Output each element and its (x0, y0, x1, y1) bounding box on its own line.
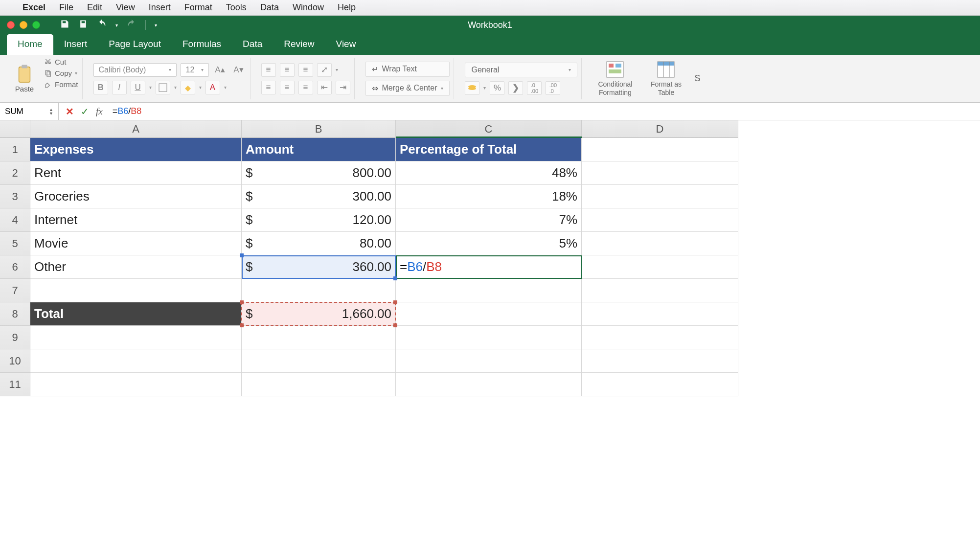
zoom-window-button[interactable] (32, 21, 40, 29)
cell-b3[interactable]: $300.00 (242, 185, 396, 208)
tab-data[interactable]: Data (232, 34, 273, 55)
number-format-select[interactable]: General▾ (465, 63, 577, 77)
menu-edit[interactable]: Edit (87, 2, 102, 13)
row-header-9[interactable]: 9 (0, 326, 30, 349)
cell-a5[interactable]: Movie (30, 232, 242, 255)
cell-b5[interactable]: $80.00 (242, 232, 396, 255)
cell-d6[interactable] (582, 255, 738, 279)
cell-a1[interactable]: Expenses (30, 138, 242, 161)
cell-d10[interactable] (582, 349, 738, 373)
cell-c8[interactable] (396, 302, 582, 326)
cell-d9[interactable] (582, 326, 738, 349)
align-right-icon[interactable]: ≡ (298, 81, 313, 94)
orientation-icon[interactable]: ⤢ (317, 63, 332, 77)
align-bottom-icon[interactable]: ≡ (298, 63, 313, 77)
formula-input[interactable]: =B6/B8 (110, 106, 980, 116)
name-box[interactable]: SUM ▲▼ (0, 103, 59, 120)
align-top-icon[interactable]: ≡ (261, 63, 276, 77)
tab-home[interactable]: Home (7, 34, 53, 55)
cell-b8[interactable]: $1,660.00 (242, 302, 396, 326)
cell-c11[interactable] (396, 373, 582, 396)
font-size-select[interactable]: 12▾ (181, 63, 209, 77)
cell-c1[interactable]: Percentage of Total (396, 138, 582, 161)
row-header-7[interactable]: 7 (0, 279, 30, 302)
enter-formula-icon[interactable]: ✓ (81, 106, 89, 117)
increase-indent-icon[interactable]: ⇥ (336, 81, 350, 94)
cell-b4[interactable]: $120.00 (242, 208, 396, 232)
font-color-button[interactable]: A (205, 81, 220, 94)
cell-d2[interactable] (582, 161, 738, 185)
merge-center-button[interactable]: ⇔Merge & Center▾ (365, 81, 450, 96)
minimize-window-button[interactable] (20, 21, 27, 29)
col-header-c[interactable]: C (396, 120, 582, 138)
bold-button[interactable]: B (93, 81, 108, 94)
cell-a3[interactable]: Groceries (30, 185, 242, 208)
cell-c9[interactable] (396, 326, 582, 349)
percent-format-icon[interactable]: % (490, 81, 504, 95)
undo-icon[interactable] (97, 19, 107, 31)
decrease-decimal-icon[interactable]: .00.0 (546, 81, 560, 95)
cell-a9[interactable] (30, 326, 242, 349)
align-center-icon[interactable]: ≡ (280, 81, 295, 94)
col-header-a[interactable]: A (30, 120, 242, 138)
cell-c4[interactable]: 7% (396, 208, 582, 232)
tab-review[interactable]: Review (273, 34, 325, 55)
cancel-formula-icon[interactable]: ✕ (66, 106, 74, 117)
cell-c2[interactable]: 48% (396, 161, 582, 185)
cell-a4[interactable]: Internet (30, 208, 242, 232)
cell-d5[interactable] (582, 232, 738, 255)
tab-view[interactable]: View (325, 34, 367, 55)
decrease-indent-icon[interactable]: ⇤ (317, 81, 332, 94)
cell-b2[interactable]: $800.00 (242, 161, 396, 185)
cell-b6[interactable]: $360.00 (242, 255, 396, 279)
align-left-icon[interactable]: ≡ (261, 81, 276, 94)
cut-button[interactable]: Cut (44, 58, 78, 66)
menu-view[interactable]: View (116, 2, 135, 13)
tab-formulas[interactable]: Formulas (172, 34, 232, 55)
redo-icon[interactable] (127, 19, 137, 31)
underline-button[interactable]: U (131, 81, 145, 94)
menu-help[interactable]: Help (338, 2, 356, 13)
increase-decimal-icon[interactable]: .0.00 (527, 81, 542, 95)
font-name-select[interactable]: Calibri (Body)▾ (93, 63, 177, 77)
row-header-1[interactable]: 1 (0, 138, 30, 161)
cell-c10[interactable] (396, 349, 582, 373)
cell-b11[interactable] (242, 373, 396, 396)
row-header-6[interactable]: 6 (0, 255, 30, 279)
qat-customize[interactable]: ▾ (155, 23, 157, 28)
cell-a2[interactable]: Rent (30, 161, 242, 185)
comma-format-icon[interactable]: ❯ (508, 81, 523, 95)
cell-d8[interactable] (582, 302, 738, 326)
tab-page-layout[interactable]: Page Layout (98, 34, 172, 55)
cell-b7[interactable] (242, 279, 396, 302)
row-header-3[interactable]: 3 (0, 185, 30, 208)
conditional-formatting-button[interactable]: Conditional Formatting (593, 58, 638, 99)
cell-a7[interactable] (30, 279, 242, 302)
cell-b1[interactable]: Amount (242, 138, 396, 161)
row-header-2[interactable]: 2 (0, 161, 30, 185)
menu-window[interactable]: Window (293, 2, 324, 13)
copy-button[interactable]: Copy▾ (44, 69, 78, 77)
fx-icon[interactable]: fx (96, 106, 103, 117)
row-header-4[interactable]: 4 (0, 208, 30, 232)
col-header-b[interactable]: B (242, 120, 396, 138)
cell-a10[interactable] (30, 349, 242, 373)
menu-data[interactable]: Data (260, 2, 279, 13)
select-all-corner[interactable] (0, 120, 30, 138)
border-button[interactable] (156, 81, 170, 94)
menu-format[interactable]: Format (184, 2, 212, 13)
menu-tools[interactable]: Tools (226, 2, 247, 13)
name-box-stepper[interactable]: ▲▼ (49, 108, 53, 115)
align-middle-icon[interactable]: ≡ (280, 63, 295, 77)
app-name[interactable]: Excel (23, 2, 46, 13)
row-header-8[interactable]: 8 (0, 302, 30, 326)
save-icon[interactable] (60, 19, 69, 31)
cell-d11[interactable] (582, 373, 738, 396)
cell-a11[interactable] (30, 373, 242, 396)
cell-c7[interactable] (396, 279, 582, 302)
cell-d4[interactable] (582, 208, 738, 232)
accounting-format-icon[interactable] (465, 81, 479, 95)
decrease-font-icon[interactable]: A▾ (231, 63, 246, 77)
menu-file[interactable]: File (59, 2, 73, 13)
italic-button[interactable]: I (112, 81, 127, 94)
